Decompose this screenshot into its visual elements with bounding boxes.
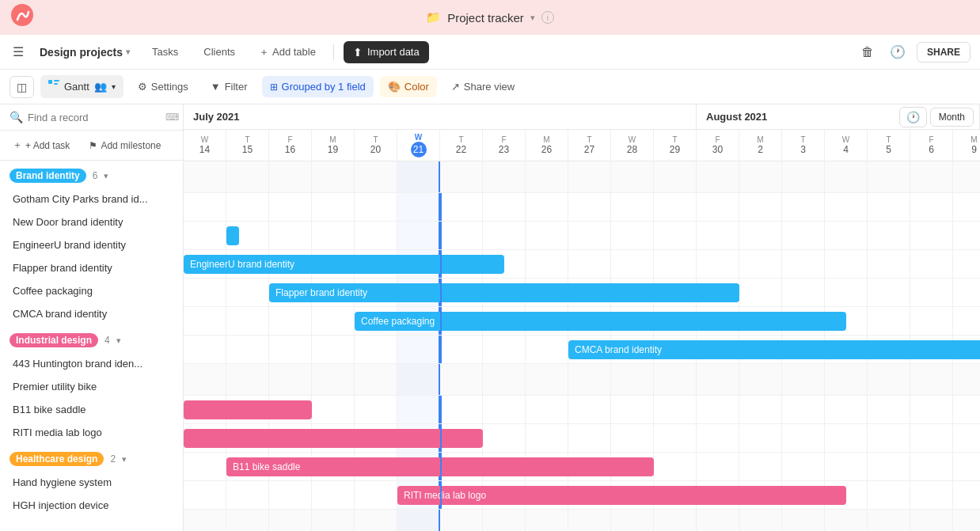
brand-identity-badge[interactable]: Brand identity	[9, 169, 86, 183]
gantt-bar[interactable]	[184, 429, 483, 448]
month-view-button[interactable]: Month	[930, 108, 974, 127]
gantt-bar[interactable]: Flapper brand identity	[269, 283, 739, 302]
day-letter: W	[842, 135, 849, 144]
gantt-cell	[868, 161, 910, 192]
gantt-cell	[269, 336, 312, 363]
gantt-cell	[910, 424, 953, 452]
clients-tab[interactable]: Clients	[194, 41, 245, 63]
gantt-cell	[226, 364, 269, 395]
list-item[interactable]: Hand hygiene system	[0, 471, 183, 494]
share-button[interactable]: SHARE	[917, 42, 971, 63]
add-table-button[interactable]: ＋ Add table	[251, 40, 324, 64]
industrial-design-chevron[interactable]: ▾	[116, 336, 121, 346]
gantt-cell	[526, 193, 568, 221]
clock-button[interactable]: 🕐	[899, 107, 927, 127]
gantt-cell	[910, 193, 953, 221]
gantt-cell	[953, 307, 980, 335]
title-arrow-icon[interactable]: ▾	[530, 13, 535, 23]
gantt-users-icon: 👥	[94, 81, 107, 93]
healthcare-design-badge[interactable]: Healthcare design	[9, 452, 104, 466]
day-letter: T	[458, 135, 463, 144]
gantt-cell	[355, 193, 397, 221]
search-input[interactable]	[28, 112, 161, 123]
healthcare-design-chevron[interactable]: ▾	[122, 454, 127, 465]
gantt-cell	[739, 510, 782, 531]
gantt-bar[interactable]: Coffee packaging	[355, 312, 846, 331]
gantt-cell	[739, 193, 782, 221]
gantt-cell	[910, 481, 953, 509]
list-item[interactable]: HGH injection device	[0, 494, 183, 517]
settings-icon: ⚙	[138, 81, 147, 93]
grouped-button[interactable]: ⊞ Grouped by 1 field	[262, 76, 374, 97]
color-button[interactable]: 🎨 Color	[380, 76, 437, 97]
day-letter: F	[929, 135, 933, 144]
gantt-cell	[184, 336, 226, 363]
gantt-scroll-area[interactable]: July 2021 August 2021 🕐 Month W14T15F16M…	[184, 104, 980, 531]
gantt-item-row: RITI media lab logo	[184, 481, 980, 510]
gantt-cell	[355, 396, 397, 423]
gantt-cell	[397, 193, 440, 221]
list-item[interactable]: Coffee packaging	[0, 279, 183, 302]
day-number: 26	[541, 144, 552, 155]
list-item[interactable]: CMCA brand identity	[0, 302, 183, 325]
list-item[interactable]: 443 Huntington brand iden...	[0, 352, 183, 375]
gantt-cell	[697, 364, 739, 395]
gantt-cell	[868, 481, 910, 509]
gantt-bar[interactable]: CMCA brand identity	[568, 340, 980, 359]
day-cell-27: T27	[568, 130, 611, 161]
database-name-button[interactable]: Design projects ▾	[33, 43, 136, 62]
gantt-cell	[184, 193, 226, 221]
add-milestone-button[interactable]: ⚑ Add milestone	[85, 137, 164, 154]
group-header-healthcare-design: Healthcare design 2 ▾	[0, 444, 183, 471]
gantt-bar[interactable]: EngineerU brand identity	[184, 255, 504, 274]
sidebar-groups: Brand identity 6 ▾ Gotham City Parks bra…	[0, 161, 183, 531]
gantt-label: Gantt	[64, 81, 89, 93]
gantt-cell	[825, 424, 868, 452]
gantt-bar[interactable]	[184, 400, 312, 419]
gantt-cell	[953, 481, 980, 509]
gantt-cell	[226, 510, 269, 531]
share-view-button[interactable]: ↗ Share view	[443, 76, 522, 97]
list-item[interactable]: Flapper brand identity	[0, 256, 183, 279]
plus-task-icon: ＋	[13, 138, 22, 152]
day-cell-5: T5	[868, 130, 910, 161]
trash-button[interactable]: 🗑	[857, 40, 879, 64]
gantt-cell	[440, 222, 483, 249]
import-data-button[interactable]: ⬆ Import data	[344, 41, 429, 63]
today-line	[440, 222, 442, 249]
day-number: 27	[584, 144, 594, 155]
industrial-design-badge[interactable]: Industrial design	[9, 333, 98, 347]
brand-identity-chevron[interactable]: ▾	[104, 171, 108, 181]
add-task-button[interactable]: ＋ + Add task	[9, 135, 73, 155]
gantt-cell	[697, 510, 739, 531]
gantt-cell	[611, 222, 654, 249]
gantt-view-button[interactable]: Gantt 👥 ▾	[40, 75, 123, 98]
day-cell-14: W14	[184, 130, 226, 161]
list-item[interactable]: New Door brand identity	[0, 211, 183, 233]
menu-button[interactable]: ☰	[9, 41, 27, 63]
day-number: 20	[370, 144, 381, 155]
gantt-bar[interactable]	[226, 226, 239, 245]
history-button[interactable]: 🕐	[885, 40, 910, 64]
sidebar-toggle-button[interactable]: ◫	[9, 76, 34, 98]
day-letter: T	[672, 135, 677, 144]
svg-rect-5	[54, 85, 59, 87]
info-icon[interactable]: i	[541, 11, 554, 24]
settings-button[interactable]: ⚙ Settings	[130, 76, 196, 97]
day-letter: W	[415, 133, 422, 142]
gantt-cell	[611, 424, 654, 452]
list-item[interactable]: RITI media lab logo	[0, 421, 183, 444]
gantt-bar[interactable]: RITI media lab logo	[397, 486, 846, 505]
list-item[interactable]: Gotham City Parks brand id...	[0, 188, 183, 211]
gantt-cell	[697, 193, 739, 221]
gantt-cell	[526, 161, 568, 192]
filter-button[interactable]: ▼ Filter	[203, 76, 256, 97]
gantt-item-row	[184, 193, 980, 222]
gantt-cell	[611, 510, 654, 531]
list-item[interactable]: Premier utility bike	[0, 375, 183, 398]
list-item[interactable]: EngineerU brand identity	[0, 233, 183, 256]
list-item[interactable]: B11 bike saddle	[0, 398, 183, 421]
day-number: 2	[758, 144, 763, 155]
gantt-cell	[910, 279, 953, 306]
tasks-tab[interactable]: Tasks	[142, 41, 188, 63]
